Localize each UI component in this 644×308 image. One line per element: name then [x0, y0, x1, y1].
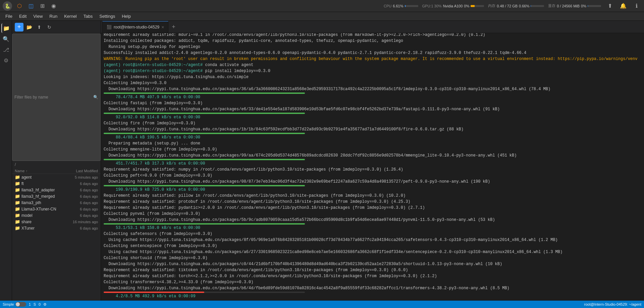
file-modified: 6 days ago [59, 207, 98, 211]
terminal-line: Requirement already satisfied: pillow in… [104, 193, 641, 199]
list-item[interactable]: 📁 ft 6 days ago [12, 180, 101, 187]
refresh-button[interactable]: ↻ [45, 23, 54, 32]
menu-run[interactable]: Run [46, 13, 61, 19]
cpu-label: CPU [384, 4, 391, 8]
list-item[interactable]: 📁 XTuner 6 days ago [12, 225, 101, 231]
terminal-line: 92.0/92.0 kB 114.8 kB/s eta 0:00:00 [104, 114, 641, 120]
tab-terminal[interactable]: ⬛ root@intern-studio-04529 × [102, 21, 168, 33]
menu-help[interactable]: Help [118, 13, 134, 19]
sidebar-icon-search[interactable]: 🔍 [1, 34, 11, 44]
status-bar: Simple 1 S 0 ⚙ root@Intern-Studio-04529:… [0, 301, 644, 308]
terminal-line: Collecting lmdeploy==0.3.0 [104, 80, 641, 86]
new-folder-button[interactable]: 📂 [25, 23, 34, 32]
upload-icon[interactable]: ⬆ [605, 1, 614, 11]
terminal-line: Downloading https://pypi.tuna.tsinghua.e… [104, 106, 641, 112]
terminal-line: Requirement already satisfied: pydantic>… [104, 205, 641, 211]
list-item[interactable]: 📁 llama3_pth 6 days ago [12, 199, 101, 206]
menu-view[interactable]: View [30, 13, 46, 19]
mem-bar [531, 5, 544, 7]
terminal-line: Collecting transformers<4.38.2,>=4.33.0 … [104, 279, 641, 285]
terminal-tab-icon: ⬛ [107, 25, 112, 29]
menu-settings[interactable]: Settings [96, 13, 118, 19]
search-input[interactable] [14, 95, 93, 100]
file-name: ft [21, 181, 59, 186]
terminal-line: Collecting peft<=0.9.0 (from lmdeploy==0… [104, 173, 641, 179]
mem-pct: 0.66% [519, 4, 529, 8]
terminal-line: Collecting pynvml (from lmdeploy==0.3.0) [104, 211, 641, 217]
notification-icon[interactable]: 🔔 [619, 1, 628, 11]
zero-item[interactable]: 0 [39, 302, 41, 306]
list-item[interactable]: 📁 agent 5 minutes ago [12, 174, 101, 180]
file-list-header: Name ↑ Last Modified [12, 168, 101, 174]
terminal-icon[interactable]: ⊞ [38, 1, 47, 11]
sidebar-icon-git[interactable]: ⎇ [1, 45, 11, 54]
search-icon: 🔍 [93, 95, 98, 100]
prompt-user: (agent) root@intern-studio-04529 [104, 69, 181, 73]
sidebar-icon-files[interactable]: 📁 [1, 23, 11, 33]
col-name-label: Name [15, 169, 24, 173]
disk-pct: 0% [581, 4, 586, 8]
mem-stat: 内存 0.48 / 72 GB 0.66% [488, 3, 544, 8]
prompt-cmd: conda activate agent [203, 63, 253, 67]
terminal-line: 190.9/190.9 kB 725.0 kB/s eta 0:00:00 [104, 187, 641, 193]
list-item[interactable]: 📁 llama3_hf_merged 6 days ago [12, 193, 101, 199]
info-icon[interactable]: ℹ [632, 1, 641, 11]
tab-close-button[interactable]: × [161, 24, 164, 30]
new-file-button[interactable]: + [15, 23, 23, 32]
mem-label: 内存 [488, 3, 495, 8]
simple-toggle[interactable]: Simple [3, 302, 26, 307]
terminal-line: Downloading https://pypi.tuna.tsinghua.e… [104, 86, 641, 92]
terminal-line-prompt: (agent) root@intern-studio-04529:~/agent… [104, 68, 641, 74]
mem-value: 0.48 / 72 GB [497, 4, 518, 8]
status-left: Simple 1 S 0 ⚙ [3, 302, 47, 307]
circle-icon[interactable]: ◉ [49, 1, 58, 11]
file-name: XTuner [21, 226, 59, 231]
terminal-line: Running setup.py develop for agentlego [104, 44, 641, 50]
terminal-line: Downloading https://pypi.tuna.tsinghua.e… [104, 179, 641, 185]
editor-icon[interactable]: ◫ [26, 1, 36, 11]
list-item[interactable]: 📁 share 16 minutes ago [12, 219, 101, 225]
menu-edit[interactable]: Edit [16, 13, 30, 19]
tab-size-item[interactable]: 1 [29, 302, 31, 306]
terminal-line: Collecting fire (from lmdeploy==0.3.0) [104, 120, 641, 126]
terminal-line: Using cached https://pypi.tuna.tsinghua.… [104, 249, 641, 255]
mode-toggle[interactable] [15, 302, 26, 307]
folder-icon: 📁 [15, 226, 20, 231]
file-name: agent [21, 175, 59, 180]
menu-file[interactable]: File [2, 13, 16, 19]
sidebar-icon-extensions[interactable]: ⚙ [1, 56, 11, 65]
cpu-bar [405, 5, 418, 7]
terminal-line: Downloading https://pypi.tuna.tsinghua.e… [104, 285, 641, 291]
list-item[interactable]: 📁 Llama3-XTuner-CN 6 days ago [12, 206, 101, 212]
conda-icon[interactable]: ⬡ [15, 1, 24, 11]
menu-tabs[interactable]: Tabs [80, 13, 96, 19]
gpu-pct: 0% [464, 4, 469, 8]
breadcrumb: / [12, 161, 101, 168]
file-name: model [21, 213, 59, 218]
disk-bar [588, 5, 601, 7]
s-item[interactable]: S [34, 302, 36, 306]
search-box[interactable]: 🔍 [12, 34, 101, 161]
settings-item[interactable]: ⚙ [43, 302, 47, 307]
file-name: llama3_hf_adapter [21, 188, 59, 192]
toggle-knob [16, 302, 20, 306]
terminal-line: Collecting shortuuid (from lmdeploy==0.3… [104, 255, 641, 261]
list-item[interactable]: 📁 llama3_hf_adapter 6 days ago [12, 187, 101, 193]
menu-kernel[interactable]: Kernel [61, 13, 80, 19]
folder-icon: 📁 [15, 206, 20, 211]
prompt-user: (agent) root@intern-studio-04529 [104, 63, 181, 67]
progress-bar [104, 185, 305, 186]
file-name: share [21, 220, 59, 224]
terminal[interactable]: Requirement already satisfied: idna<4,>=… [101, 33, 644, 301]
top-bar: 🐍 ⬡ ◫ ⊞ ◉ CPU 6.61% GPU:1 30% Nvidia A10… [0, 0, 644, 12]
terminal-line: Collecting sentencepiece (from lmdeploy=… [104, 243, 641, 249]
list-item[interactable]: 📁 model 6 days ago [12, 212, 101, 219]
gpu-brand: Nvidia A100 [443, 4, 463, 8]
app-logo: 🐍 [3, 1, 12, 11]
upload-button[interactable]: ⬆ [35, 23, 44, 32]
tab-add-button[interactable]: + [168, 21, 178, 33]
file-name: llama3_hf_merged [21, 194, 59, 199]
folder-icon: 📁 [15, 187, 20, 192]
folder-icon: 📁 [15, 200, 20, 205]
terminal-line: 4.2/8.5 MB 492.9 kB/s eta 0:00:09 [104, 293, 641, 299]
